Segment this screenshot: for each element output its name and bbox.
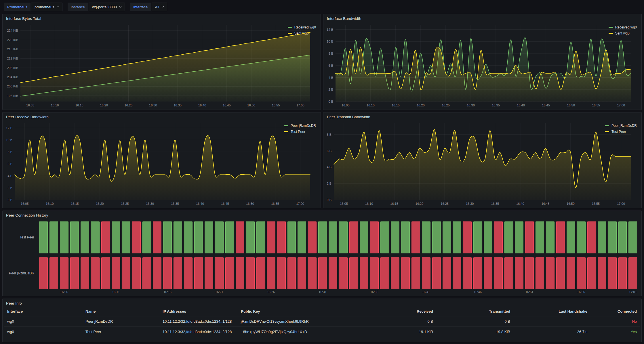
status-bar-down[interactable] xyxy=(411,257,420,289)
col-header-received[interactable]: Received xyxy=(323,309,436,314)
status-bar-down[interactable] xyxy=(215,257,224,289)
status-bar-up[interactable] xyxy=(546,221,555,253)
status-bar-down[interactable] xyxy=(515,257,523,289)
status-bar-down[interactable] xyxy=(556,221,565,253)
status-bar-down[interactable] xyxy=(81,257,89,289)
status-bar-up[interactable] xyxy=(422,221,430,253)
status-bar-up[interactable] xyxy=(49,221,58,253)
col-header-ip-addresses[interactable]: IP Addresses xyxy=(160,309,238,314)
status-bar-down[interactable] xyxy=(349,221,358,253)
status-bar-down[interactable] xyxy=(411,221,420,253)
status-bar-up[interactable] xyxy=(453,221,462,253)
status-bar-up[interactable] xyxy=(81,221,89,253)
status-bar-up[interactable] xyxy=(60,221,68,253)
col-header-interface[interactable]: Interface xyxy=(4,309,83,314)
status-bar-down[interactable] xyxy=(91,257,100,289)
status-bar-up[interactable] xyxy=(567,221,575,253)
status-bar-down[interactable] xyxy=(298,257,306,289)
status-bar-up[interactable] xyxy=(473,221,482,253)
status-bar-down[interactable] xyxy=(463,221,472,253)
status-bar-down[interactable] xyxy=(39,257,48,289)
status-bar-down[interactable] xyxy=(339,257,348,289)
status-bar-down[interactable] xyxy=(536,257,544,289)
status-bar-up[interactable] xyxy=(225,221,234,253)
status-bar-down[interactable] xyxy=(380,257,389,289)
time-series-chart[interactable]: 16:0516:1016:1516:2016:2516:3016:3516:40… xyxy=(3,22,284,108)
status-bar-up[interactable] xyxy=(122,221,131,253)
status-bar-down[interactable] xyxy=(525,257,534,289)
status-bar-up[interactable] xyxy=(443,221,451,253)
status-bar-up[interactable] xyxy=(608,221,617,253)
status-bar-up[interactable] xyxy=(163,221,172,253)
status-bar-down[interactable] xyxy=(349,257,358,289)
status-bar-down[interactable] xyxy=(132,221,141,253)
status-bar-up[interactable] xyxy=(618,221,627,253)
variable-dropdown-interface[interactable]: All xyxy=(152,3,167,11)
status-bar-down[interactable] xyxy=(267,257,275,289)
status-bar-up[interactable] xyxy=(318,221,327,253)
time-series-chart[interactable]: 16:0516:1016:1516:2016:2516:3016:3516:40… xyxy=(324,22,605,108)
variable-dropdown-instance[interactable]: wg-portal:8080 xyxy=(89,3,125,11)
status-bar-down[interactable] xyxy=(473,257,482,289)
status-bar-down[interactable] xyxy=(494,257,503,289)
panel-title[interactable]: Peer Transmit Bandwidth xyxy=(323,112,641,120)
panel-title[interactable]: Interface Bandwidth xyxy=(323,14,641,22)
status-bar-down[interactable] xyxy=(60,257,68,289)
status-bar-down[interactable] xyxy=(246,257,255,289)
status-bar-down[interactable] xyxy=(618,257,627,289)
status-bar-up[interactable] xyxy=(246,221,255,253)
status-bar-up[interactable] xyxy=(484,221,492,253)
status-bar-up[interactable] xyxy=(215,221,224,253)
status-bar-down[interactable] xyxy=(453,257,462,289)
status-bar-up[interactable] xyxy=(598,221,606,253)
status-bar-up[interactable] xyxy=(256,221,265,253)
status-bar-up[interactable] xyxy=(174,221,182,253)
status-bar-down[interactable] xyxy=(70,257,79,289)
status-bar-down[interactable] xyxy=(391,257,399,289)
status-bar-down[interactable] xyxy=(546,257,555,289)
variable-dropdown-prometheus[interactable]: prometheus xyxy=(31,3,62,11)
status-bar-up[interactable] xyxy=(628,221,637,253)
status-bar-up[interactable] xyxy=(515,221,523,253)
status-bar-down[interactable] xyxy=(432,257,441,289)
status-bar-down[interactable] xyxy=(484,257,492,289)
status-bar-down[interactable] xyxy=(142,257,151,289)
status-bar-down[interactable] xyxy=(525,221,534,253)
status-bar-down[interactable] xyxy=(422,257,430,289)
col-header-name[interactable]: Name xyxy=(83,309,160,314)
status-bar-down[interactable] xyxy=(577,257,586,289)
status-bar-down[interactable] xyxy=(256,257,265,289)
status-bar-down[interactable] xyxy=(236,221,244,253)
panel-title[interactable]: Peer Receive Bandwidth xyxy=(3,112,321,120)
status-bar-up[interactable] xyxy=(329,221,337,253)
status-bar-down[interactable] xyxy=(504,257,513,289)
status-bar-up[interactable] xyxy=(287,221,296,253)
status-bar-up[interactable] xyxy=(391,221,399,253)
status-bar-down[interactable] xyxy=(122,257,131,289)
status-bar-down[interactable] xyxy=(494,221,503,253)
status-bar-up[interactable] xyxy=(39,221,48,253)
chart-canvas[interactable]: 16:0516:1016:1516:2016:2516:3016:3516:40… xyxy=(324,120,633,207)
status-bar-up[interactable] xyxy=(360,221,368,253)
status-bar-down[interactable] xyxy=(112,257,120,289)
status-bar-down[interactable] xyxy=(587,257,596,289)
status-bar-up[interactable] xyxy=(536,221,544,253)
chart-canvas[interactable]: 16:0516:1016:1516:2016:2516:3016:3516:40… xyxy=(3,22,312,108)
status-bar-down[interactable] xyxy=(567,257,575,289)
status-bar-up[interactable] xyxy=(339,221,348,253)
status-bar-down[interactable] xyxy=(101,257,110,289)
status-bar-down[interactable] xyxy=(225,257,234,289)
status-bar-down[interactable] xyxy=(587,221,596,253)
status-bar-down[interactable] xyxy=(287,257,296,289)
status-bar-down[interactable] xyxy=(132,257,141,289)
col-header-last-handshake[interactable]: Last Handshake xyxy=(513,309,590,314)
status-bar-down[interactable] xyxy=(463,257,472,289)
time-series-chart[interactable]: 16:0516:1016:1516:2016:2516:3016:3516:40… xyxy=(324,120,601,207)
status-bar-down[interactable] xyxy=(598,257,606,289)
status-bar-down[interactable] xyxy=(318,257,327,289)
status-bar-up[interactable] xyxy=(432,221,441,253)
status-bar-down[interactable] xyxy=(308,257,317,289)
col-header-transmitted[interactable]: Transmitted xyxy=(436,309,513,314)
status-bar-up[interactable] xyxy=(504,221,513,253)
status-bar-down[interactable] xyxy=(277,221,286,253)
